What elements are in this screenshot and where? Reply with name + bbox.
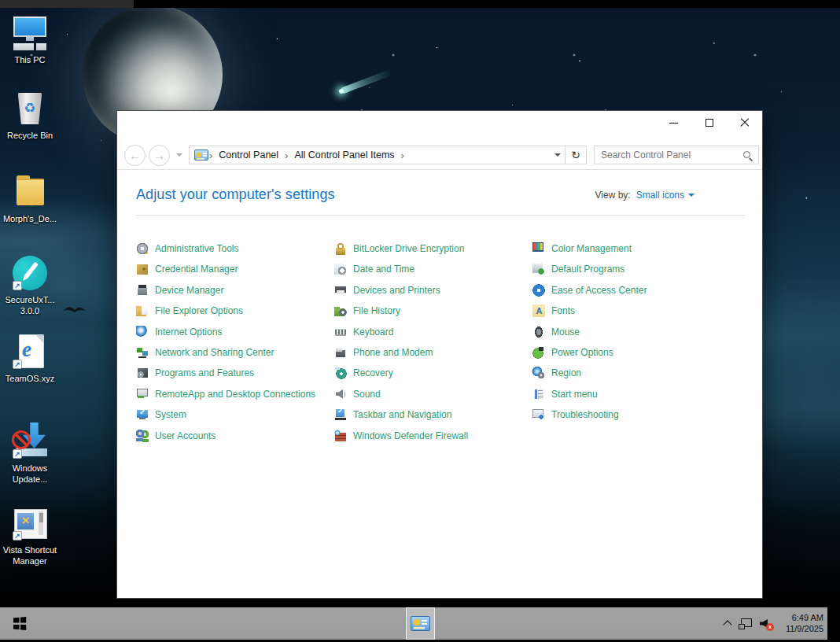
maximize-button[interactable] — [691, 111, 727, 135]
shortcut-arrow-icon: ↗ — [13, 360, 22, 369]
control-panel-item[interactable]: RemoteApp and Desktop Connections — [136, 388, 334, 400]
close-button[interactable] — [727, 111, 762, 135]
search-box — [594, 146, 759, 164]
control-panel-item[interactable]: Devices and Printers — [334, 284, 532, 297]
control-panel-item[interactable]: Start menu — [532, 388, 731, 400]
control-panel-icon — [411, 616, 430, 631]
control-panel-item[interactable]: Fonts — [532, 304, 731, 317]
control-panel-item[interactable]: Windows Defender Firewall — [334, 430, 532, 442]
back-button[interactable]: ← — [124, 145, 146, 166]
network-icon — [136, 346, 149, 359]
desktop-icon-recycle-bin[interactable]: Recycle Bin — [0, 90, 60, 141]
control-panel-item-label: Internet Options — [155, 327, 222, 338]
control-panel-item-label: Administrative Tools — [155, 243, 239, 254]
control-panel-item[interactable]: Sound — [334, 388, 532, 400]
phone-icon — [334, 346, 347, 359]
sound-icon — [334, 388, 347, 400]
control-panel-item[interactable]: Credential Manager — [136, 263, 334, 275]
mouse-icon — [532, 326, 545, 338]
address-dropdown-button[interactable] — [550, 146, 565, 164]
control-panel-item-label: Fonts — [551, 305, 575, 316]
windows-logo-icon — [13, 617, 27, 630]
ease-icon — [532, 284, 545, 297]
network-icon[interactable] — [739, 618, 752, 629]
search-icon[interactable] — [742, 150, 753, 160]
minimize-button[interactable] — [656, 111, 691, 135]
filehist-icon — [334, 304, 347, 317]
refresh-button[interactable]: ↻ — [565, 146, 586, 164]
view-by-dropdown[interactable]: Small icons — [636, 190, 694, 201]
control-panel-item[interactable]: Ease of Access Center — [532, 284, 731, 297]
control-panel-item-label: Default Programs — [551, 264, 624, 275]
control-panel-item[interactable]: Keyboard — [334, 326, 532, 338]
desktop-icon-morphs-folder[interactable]: Morph's_De... — [0, 173, 60, 224]
firewall-icon — [334, 430, 347, 442]
content-header: Adjust your computer's settings View by:… — [136, 186, 743, 203]
desktop-screen: This PCRecycle BinMorph's_De...↗SecureUx… — [0, 0, 840, 642]
control-panel-item-label: Taskbar and Navigation — [353, 409, 451, 420]
control-panel-item[interactable]: Programs and Features — [136, 367, 334, 379]
volume-muted-icon[interactable]: x — [760, 618, 772, 629]
desktop-icon-teamos[interactable]: ↗TeamOS.xyz — [0, 333, 60, 384]
control-panel-item[interactable]: Color Management — [532, 242, 731, 255]
control-panel-item-label: Region — [551, 367, 581, 378]
taskbar-clock[interactable]: 6:49 AM 11/9/2025 — [779, 613, 823, 634]
taskbar[interactable]: x 6:49 AM 11/9/2025 — [0, 607, 827, 640]
windows-update-icon: ↗ — [11, 422, 49, 460]
control-panel-item[interactable]: BitLocker Drive Encryption — [334, 242, 532, 255]
control-panel-item[interactable]: Mouse — [532, 326, 731, 338]
breadcrumb: › Control Panel › All Control Panel Item… — [190, 146, 550, 164]
colormgmt-icon — [532, 242, 545, 255]
breadcrumb-control-panel[interactable]: Control Panel — [213, 149, 284, 160]
control-panel-icon[interactable] — [194, 149, 208, 160]
control-panel-item[interactable]: User Accounts — [136, 430, 334, 442]
fileexp-icon — [136, 304, 149, 317]
desktop-icon-this-pc[interactable]: This PC — [0, 14, 60, 65]
desktop-icon-vista-shortcut[interactable]: ↗Vista Shortcut Manager — [0, 504, 60, 566]
start-button[interactable] — [6, 607, 33, 640]
breadcrumb-all-control-panel-items[interactable]: All Control Panel Items — [289, 149, 400, 160]
control-panel-item-label: BitLocker Drive Encryption — [353, 243, 464, 254]
control-panel-item[interactable]: Region — [532, 367, 731, 379]
this-pc-icon — [11, 14, 49, 52]
control-panel-item[interactable]: Date and Time — [334, 263, 532, 275]
control-panel-item[interactable]: Recovery — [334, 367, 532, 379]
control-panel-item[interactable]: Device Manager — [136, 284, 334, 297]
control-panel-item[interactable]: Default Programs — [532, 263, 731, 275]
control-panel-item[interactable]: Administrative Tools — [136, 242, 334, 255]
control-panel-item[interactable]: System — [136, 408, 334, 421]
control-panel-item-label: Ease of Access Center — [551, 285, 647, 296]
inet-icon — [136, 326, 149, 338]
control-panel-window: ← → › Control Panel › All Control Panel … — [116, 110, 763, 599]
view-by-label: View by: — [595, 190, 631, 201]
devicemgr-icon — [136, 284, 149, 297]
title-bar[interactable] — [117, 111, 762, 141]
programs-icon — [136, 367, 149, 379]
control-panel-item[interactable]: File Explorer Options — [136, 304, 334, 317]
control-panel-item[interactable]: Taskbar and Navigation — [334, 408, 532, 421]
control-panel-item[interactable]: Troubleshooting — [532, 408, 731, 421]
desktop-icons: This PCRecycle BinMorph's_De...↗SecureUx… — [0, 8, 63, 606]
control-panel-item[interactable]: Network and Sharing Center — [136, 346, 334, 359]
desktop-icon-windows-update[interactable]: ↗Windows Update... — [0, 422, 60, 485]
page-title: Adjust your computer's settings — [136, 186, 335, 203]
control-panel-item[interactable]: Phone and Modem — [334, 346, 532, 359]
morphs-folder-icon — [11, 173, 49, 211]
shortcut-arrow-icon: ↗ — [13, 449, 22, 459]
forward-button[interactable]: → — [149, 145, 170, 166]
breadcrumb-separator-icon[interactable]: › — [400, 149, 405, 161]
control-panel-item-label: Windows Defender Firewall — [353, 430, 468, 441]
control-panel-item[interactable]: File History — [334, 304, 532, 317]
taskbar-control-panel-button[interactable] — [406, 607, 435, 640]
minimize-icon — [669, 123, 678, 124]
history-dropdown-icon[interactable] — [176, 153, 182, 160]
caption-buttons — [656, 111, 762, 135]
tray-expand-icon[interactable] — [723, 620, 731, 629]
desktop-icon-secureux[interactable]: ↗SecureUxT... 3.0.0 — [0, 254, 60, 316]
control-panel-item[interactable]: Power Options — [532, 346, 731, 359]
search-input[interactable] — [595, 146, 758, 164]
teamos-icon: ↗ — [11, 333, 49, 371]
control-panel-item[interactable]: Internet Options — [136, 326, 334, 338]
address-bar[interactable]: › Control Panel › All Control Panel Item… — [189, 146, 587, 164]
bitlocker-icon — [334, 242, 347, 255]
